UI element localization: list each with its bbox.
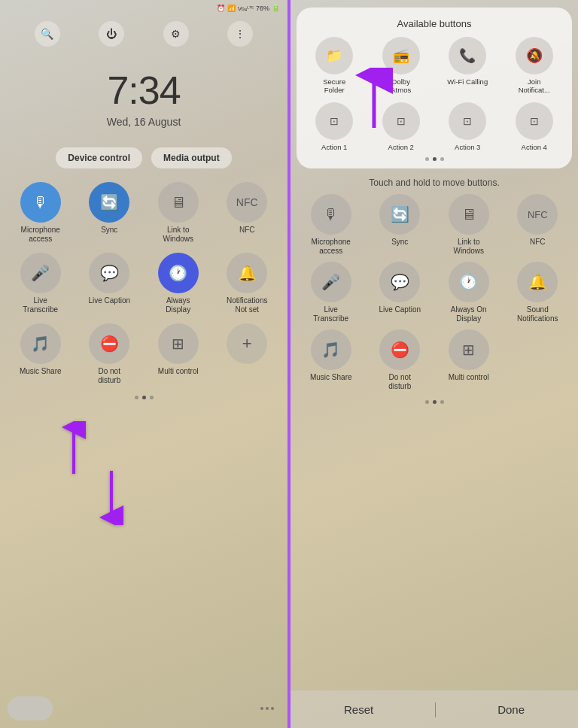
device-control-button[interactable]: Device control	[56, 147, 142, 168]
r-dnd-button[interactable]: ⛔	[379, 329, 420, 370]
r-nfc-button[interactable]: NFC	[517, 194, 558, 235]
r-tile-music-share: 🎵 Music Share	[298, 329, 364, 391]
avail-tile-action4: ⊡ Action 4	[503, 102, 567, 151]
action2-label: Action 2	[388, 143, 414, 151]
action4-button[interactable]: ⊡	[516, 102, 553, 140]
link-windows-button[interactable]: 🖥	[158, 182, 199, 223]
handle-dots	[260, 707, 280, 710]
battery-icon: 🔋	[272, 5, 280, 12]
right-pagination-dots	[291, 394, 578, 410]
right-tiles-wrapper: 🎙 Microphoneaccess 🔄 Sync 🖥 Link toWindo…	[291, 191, 578, 394]
sync-button[interactable]: 🔄	[89, 182, 129, 223]
avail-tile-action3: ⊡ Action 3	[436, 102, 500, 151]
available-tiles-row1: 📁 SecureFolder 📻 DolbyAtmos 📞 Wi-Fi Call…	[303, 37, 566, 95]
r-sound-notif-label: SoundNotifications	[517, 305, 558, 323]
r-sound-notif-button[interactable]: 🔔	[517, 262, 558, 302]
action3-label: Action 3	[455, 143, 480, 151]
available-buttons-card: Available buttons 📁 SecureFolder 📻 Dolby…	[297, 8, 572, 168]
sync-label: Sync	[101, 226, 117, 235]
bottom-handle	[8, 696, 280, 720]
tile-nfc: NFC NFC	[214, 182, 281, 244]
card-arrow-up	[348, 68, 400, 138]
live-caption-button[interactable]: 💬	[89, 253, 129, 293]
r-live-caption-label: Live Caption	[379, 305, 421, 314]
link-windows-label: Link toWindows	[163, 226, 193, 244]
r-multi-control-label: Multi control	[449, 373, 489, 382]
live-transcribe-label: LiveTranscribe	[23, 296, 58, 314]
tile-live-transcribe: 🎤 LiveTranscribe	[8, 253, 74, 314]
status-bar: ⏰ 📶 Vo₄ᴸᵀᴱ 76% 🔋	[0, 0, 287, 15]
r-music-share-label: Music Share	[310, 373, 352, 382]
mic-button[interactable]: 🎙	[20, 182, 61, 223]
wifi-icon: 📶	[227, 5, 236, 12]
r-tile-sound-notif: 🔔 SoundNotifications	[505, 262, 571, 323]
tile-music-share: 🎵 Music Share	[8, 323, 74, 385]
more-button[interactable]: ⋮	[227, 21, 253, 47]
settings-button[interactable]: ⚙	[163, 21, 189, 47]
left-phone-panel: ⏰ 📶 Vo₄ᴸᵀᴱ 76% 🔋 🔍 ⏻ ⚙ ⋮ 7:34 Wed, 16 Au…	[0, 0, 289, 728]
handle-bar[interactable]	[8, 696, 53, 720]
clock-date: Wed, 16 August	[0, 116, 287, 128]
live-transcribe-button[interactable]: 🎤	[20, 253, 61, 293]
nfc-button[interactable]: NFC	[227, 182, 267, 223]
r-music-share-button[interactable]: 🎵	[311, 329, 351, 370]
clock-area: 7:34 Wed, 16 August	[0, 53, 287, 135]
notifications-button[interactable]: 🔔	[227, 253, 267, 293]
multi-control-button[interactable]: ⊞	[158, 323, 199, 364]
r-mic-label: Microphoneaccess	[312, 238, 351, 256]
tiles-row-2: 🎤 LiveTranscribe 💬 Live Caption 🕐 Always…	[0, 248, 287, 319]
clock-time: 7:34	[0, 68, 287, 113]
wifi-calling-button[interactable]: 📞	[449, 37, 486, 74]
r-live-caption-button[interactable]: 💬	[379, 262, 420, 302]
tiles-row-3: 🎵 Music Share ⛔ Do notdisturb ⊞ Multi co…	[0, 319, 287, 390]
arrow-down	[89, 465, 134, 528]
action1-label: Action 1	[321, 143, 347, 151]
r-tile-mic: 🎙 Microphoneaccess	[298, 194, 364, 256]
join-notif-button[interactable]: 🔕	[516, 37, 553, 74]
music-share-button[interactable]: 🎵	[20, 323, 61, 364]
r-dnd-label: Do notdisturb	[388, 373, 411, 391]
right-phone-panel: Available buttons 📁 SecureFolder 📻 Dolby…	[289, 0, 578, 728]
power-button[interactable]: ⏻	[99, 21, 124, 47]
r-tile-always-on: 🕐 Always OnDisplay	[436, 262, 502, 323]
dot-3	[150, 396, 154, 399]
top-icons-row: 🔍 ⏻ ⚙ ⋮	[0, 15, 287, 53]
hint-text: Touch and hold to move buttons.	[291, 173, 578, 191]
r-dot-1	[425, 400, 429, 404]
search-button[interactable]: 🔍	[35, 21, 60, 47]
avail-dot-1	[425, 157, 429, 161]
dnd-button[interactable]: ⛔	[89, 323, 129, 364]
always-display-label: AlwaysDisplay	[166, 296, 190, 314]
r-link-button[interactable]: 🖥	[449, 194, 489, 235]
tile-link-windows: 🖥 Link toWindows	[145, 182, 211, 244]
bottom-actions: Reset Done	[291, 690, 578, 728]
r-tile-link: 🖥 Link toWindows	[436, 194, 502, 256]
tile-notifications: 🔔 NotificationsNot set	[214, 253, 281, 314]
r-multi-control-button[interactable]: ⊞	[449, 329, 489, 370]
action3-button[interactable]: ⊡	[449, 102, 486, 140]
media-output-button[interactable]: Media output	[151, 147, 232, 168]
tile-dnd: ⛔ Do notdisturb	[77, 323, 143, 385]
signal-icon: Vo₄ᴸᵀᴱ	[238, 5, 254, 12]
available-dots	[303, 151, 566, 161]
reset-button[interactable]: Reset	[329, 700, 388, 719]
music-share-label: Music Share	[20, 367, 62, 376]
r-live-transcribe-button[interactable]: 🎤	[311, 262, 351, 302]
add-tile-button[interactable]: +	[227, 323, 267, 364]
wifi-calling-label: Wi-Fi Calling	[447, 77, 488, 86]
tile-sync: 🔄 Sync	[77, 182, 143, 244]
mic-label: Microphoneaccess	[21, 226, 60, 244]
r-tile-sync: 🔄 Sync	[367, 194, 434, 256]
always-display-button[interactable]: 🕐	[158, 253, 199, 293]
battery-text: 76%	[256, 5, 269, 12]
dot-1	[135, 396, 138, 399]
r-always-on-button[interactable]: 🕐	[449, 262, 489, 302]
pagination-dots	[0, 390, 287, 405]
avail-dot-3	[440, 157, 444, 161]
done-button[interactable]: Done	[482, 700, 540, 719]
r-dot-2	[433, 400, 437, 404]
r-mic-button[interactable]: 🎙	[311, 194, 351, 235]
avail-dot-2	[433, 157, 437, 161]
alarm-icon: ⏰	[217, 5, 225, 12]
r-sync-button[interactable]: 🔄	[379, 194, 420, 235]
